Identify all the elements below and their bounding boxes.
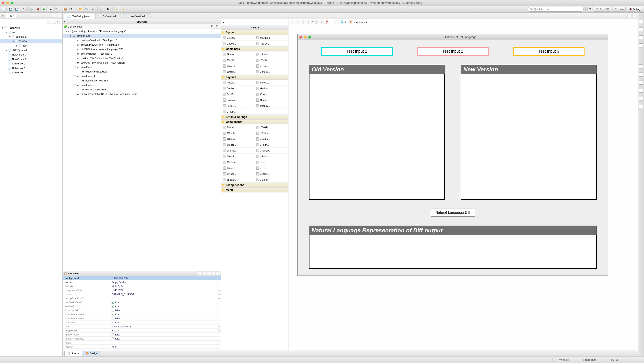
quick-access-input[interactable]: 🔍 Quick Access: [528, 7, 584, 12]
palette-item[interactable]: JTextFi...: [255, 124, 288, 130]
view-menu-icon[interactable]: ▾: [57, 20, 61, 24]
prop-value-cell[interactable]: false: [111, 332, 218, 336]
palette-item[interactable]: JIntern...: [255, 69, 288, 75]
prop-value-cell[interactable]: ✓true: [111, 320, 218, 324]
ellipsis-icon[interactable]: …: [218, 292, 221, 296]
declaration-icon[interactable]: [639, 81, 643, 85]
property-row[interactable]: componentOrien...UNKNOWN…: [62, 288, 221, 292]
palette-item[interactable]: [255, 109, 288, 115]
twisty-icon[interactable]: ▼: [5, 31, 8, 34]
palette-item[interactable]: Group...: [222, 109, 255, 115]
run-icon[interactable]: ▶: [42, 7, 47, 12]
checkbox-icon[interactable]: [112, 317, 114, 320]
coverage-icon[interactable]: ▶: [48, 7, 53, 12]
prop-value-cell[interactable]: EmptyBorder: [111, 280, 218, 284]
perspective-java[interactable]: ☕Java: [612, 7, 626, 12]
component-row[interactable]: ▭diffOutputTextArea: [62, 87, 221, 92]
palette-item[interactable]: JLabel: [222, 124, 255, 130]
cut-icon[interactable]: ✂: [312, 20, 316, 24]
palette-item[interactable]: MigLay...: [255, 103, 288, 109]
zoom-window-icon[interactable]: [11, 2, 14, 4]
close-icon[interactable]: ×: [90, 15, 92, 18]
maximize-icon[interactable]: [632, 14, 636, 18]
prop-value-cell[interactable]: ✓true: [111, 304, 218, 308]
back-icon[interactable]: ⬅: [114, 7, 119, 12]
palette-item[interactable]: JTree: [255, 165, 288, 171]
perspective-debug[interactable]: 🐞Debug: [627, 7, 642, 12]
palette-category[interactable]: Layouts: [222, 75, 288, 80]
tree-row[interactable]: 📄OldVersion2: [0, 70, 62, 75]
twisty-icon[interactable]: ▼: [1, 27, 4, 29]
twisty-icon[interactable]: ▼: [74, 66, 76, 69]
component-row[interactable]: ▭textAreaTitleOldVersion - "Old Version": [62, 56, 221, 61]
prop-value-cell[interactable]: (0, 0): [111, 345, 218, 348]
prop-value-cell[interactable]: (0, 0, 0, 0): [111, 284, 218, 288]
palette-item[interactable]: JLayer...: [255, 63, 288, 69]
palette-item[interactable]: JPassw...: [255, 148, 288, 154]
outline-icon[interactable]: [639, 19, 643, 23]
open-perspective-icon[interactable]: ⊞: [588, 7, 592, 12]
palette-category[interactable]: Containers: [222, 47, 288, 52]
chevron-down-icon[interactable]: ▾: [366, 21, 367, 24]
tree-row[interactable]: ▼📄TestSw: [0, 39, 62, 44]
tree-row[interactable]: 📄OldVersion1: [0, 66, 62, 70]
palette-item[interactable]: JScroll...: [255, 52, 288, 57]
external-tools-icon[interactable]: 🔧: [54, 7, 59, 12]
component-row[interactable]: ▭textAreaTitleNewVersion - "New Version": [62, 61, 221, 65]
test-input-1-button[interactable]: Test Input 1: [321, 47, 393, 56]
property-row[interactable]: inheritsPopupMe...false: [62, 336, 221, 341]
editor-tab[interactable]: 📄NewVersion2.txt: [123, 13, 151, 19]
chevron-left-icon[interactable]: ◂: [64, 20, 65, 23]
palette-item[interactable]: FormL...: [222, 103, 255, 109]
package-explorer-tab[interactable]: Pac ×: [6, 13, 16, 18]
palette-item[interactable]: JProgr...: [222, 171, 255, 177]
component-row[interactable]: ▭btnDiffOutput - "Natural Language Diff": [62, 47, 221, 52]
diff-output-textarea[interactable]: [309, 235, 597, 269]
component-row[interactable]: ▭btnLoadNewVersion - "Test Input 3": [62, 43, 221, 47]
component-row[interactable]: ▼▭scrollPane: [62, 65, 221, 69]
open-type-icon[interactable]: 📂: [78, 7, 83, 12]
prop-value-cell[interactable]: UNKNOWN: [111, 288, 218, 292]
palette-item[interactable]: Tab Or...: [255, 41, 288, 47]
canvas[interactable]: Diff in Natural Language Test Input 1 Te…: [288, 25, 638, 350]
copy-icon[interactable]: 📋: [316, 20, 320, 24]
task-list-icon[interactable]: [639, 27, 643, 31]
test-icon[interactable]: [300, 20, 304, 24]
properties-table[interactable]: background□238,238,238…borderEmptyBorder…: [62, 276, 221, 350]
component-row[interactable]: ▭oldVersionTextArea: [62, 69, 221, 74]
new-icon[interactable]: 📄: [2, 7, 7, 12]
preview-icon[interactable]: [333, 20, 337, 24]
twisty-icon[interactable]: ▸: [16, 44, 18, 47]
twisty-icon[interactable]: ▼: [74, 75, 76, 78]
new-package-icon[interactable]: 📦: [63, 7, 68, 12]
events-icon[interactable]: [202, 271, 206, 275]
palette-item[interactable]: JSepar...: [222, 177, 255, 183]
natural-language-diff-button[interactable]: Natural Language Diff: [431, 209, 475, 217]
property-row[interactable]: doubleBuffered✓true: [62, 300, 221, 304]
palette-category[interactable]: Swing Actions: [222, 183, 288, 188]
tree-row[interactable]: ▼📄edu.utexa: [0, 35, 62, 39]
component-row[interactable]: ▭newVersionTextArea: [62, 78, 221, 83]
palette-item[interactable]: JTextP...: [222, 154, 255, 159]
palette-item[interactable]: JSlider: [255, 177, 288, 183]
checkbox-icon[interactable]: [112, 309, 114, 312]
forward-icon[interactable]: ➡: [120, 7, 126, 12]
property-row[interactable]: fontLucida Grande 13…: [62, 324, 221, 328]
minimize-window-icon[interactable]: [6, 2, 9, 4]
palette-category[interactable]: Menu: [222, 188, 288, 192]
palette-item[interactable]: JList: [255, 159, 288, 165]
palette-item[interactable]: FlowLa...: [255, 80, 288, 86]
delete-icon[interactable]: ✖: [326, 20, 330, 24]
property-row[interactable]: cursorDEFAULT_CURSOR…: [62, 292, 221, 296]
checkbox-icon[interactable]: [112, 337, 114, 340]
prop-value-cell[interactable]: ✓true: [111, 300, 218, 304]
show-advanced-icon[interactable]: [198, 271, 202, 275]
component-row[interactable]: ▭btnNewButton - "Test Input 2": [62, 52, 221, 56]
toggle1-icon[interactable]: [304, 20, 308, 24]
twisty-icon[interactable]: ▼: [74, 84, 76, 86]
tree-row[interactable]: ▼📄TestSwing: [0, 26, 62, 30]
twisty-icon[interactable]: ▸: [5, 49, 8, 52]
tree-row[interactable]: 📄NewVersion2: [0, 57, 62, 61]
system-laf-value[interactable]: <system>: [354, 21, 365, 24]
prop-value-cell[interactable]: Lucida Grande 13: [111, 324, 218, 328]
